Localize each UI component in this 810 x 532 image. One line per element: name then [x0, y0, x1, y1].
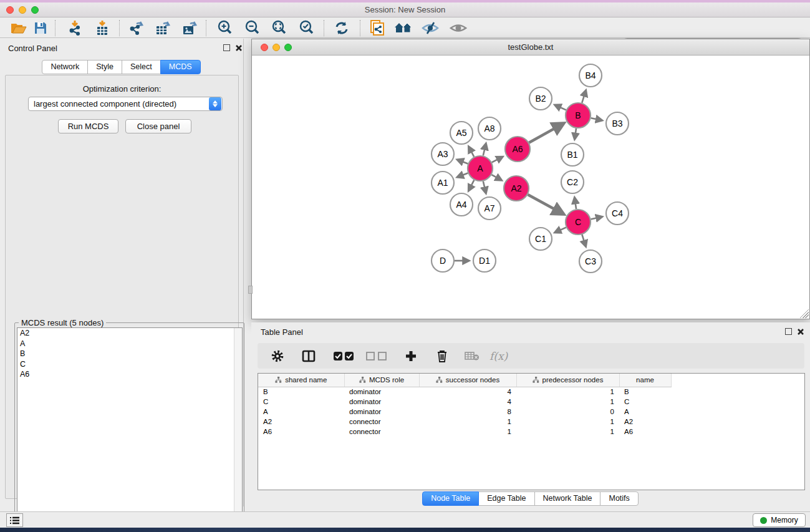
- canvas-scrollbar-thumb[interactable]: [248, 286, 253, 294]
- network-edge[interactable]: [591, 118, 602, 120]
- import-table-icon[interactable]: [92, 20, 113, 36]
- close-panel-icon[interactable]: [235, 44, 243, 52]
- export-table-icon[interactable]: [152, 20, 173, 36]
- network-canvas[interactable]: B4B2BB3A5A8A6A3B1AA1C2A2A4A7C4CC1C3DD1: [252, 56, 809, 319]
- network-close-button[interactable]: [261, 44, 268, 51]
- network-edge[interactable]: [528, 195, 563, 214]
- tab-network[interactable]: Network: [42, 60, 88, 74]
- network-node[interactable]: B3: [606, 112, 629, 135]
- network-node[interactable]: B1: [561, 143, 584, 166]
- network-node[interactable]: C4: [606, 202, 629, 225]
- mcds-result-list[interactable]: A2ABCA6: [17, 327, 243, 532]
- network-edge[interactable]: [555, 105, 566, 110]
- network-edge[interactable]: [582, 235, 586, 246]
- deselect-all-checkboxes-icon[interactable]: [365, 348, 388, 364]
- network-edge[interactable]: [555, 228, 566, 233]
- table-cell[interactable]: 1: [516, 417, 619, 427]
- split-columns-icon[interactable]: [300, 348, 317, 364]
- window-resize-grip[interactable]: [800, 309, 809, 318]
- table-cell[interactable]: 1: [516, 427, 619, 437]
- minimize-window-button[interactable]: [19, 6, 26, 14]
- table-row[interactable]: Bdominator41B: [258, 387, 671, 397]
- table-row[interactable]: A2connector11A2: [258, 417, 671, 427]
- table-cell[interactable]: dominator: [344, 387, 419, 397]
- network-node[interactable]: C3: [579, 250, 602, 273]
- network-edge[interactable]: [469, 147, 475, 157]
- table-row[interactable]: Cdominator41C: [258, 397, 671, 407]
- network-window-titlebar[interactable]: testGlobe.txt: [252, 39, 809, 56]
- network-edge[interactable]: [457, 160, 468, 164]
- table-cell[interactable]: B: [619, 387, 671, 397]
- gear-icon[interactable]: [269, 348, 286, 364]
- network-node[interactable]: D1: [473, 249, 496, 272]
- task-list-button[interactable]: [6, 513, 23, 527]
- table-cell[interactable]: 1: [516, 387, 619, 397]
- table-float-panel-icon[interactable]: [785, 328, 792, 335]
- home-view-icon[interactable]: [393, 20, 414, 36]
- network-node[interactable]: C1: [529, 228, 552, 250]
- tab-edge-table[interactable]: Edge Table: [478, 491, 534, 506]
- network-node[interactable]: A4: [450, 193, 473, 216]
- table-cell[interactable]: C: [258, 397, 344, 407]
- network-node[interactable]: A5: [450, 122, 473, 144]
- network-node[interactable]: B4: [579, 64, 602, 87]
- float-panel-icon[interactable]: [223, 44, 230, 51]
- network-edge[interactable]: [574, 198, 576, 209]
- tab-network-table[interactable]: Network Table: [534, 491, 601, 506]
- column-header-successor-nodes[interactable]: successor nodes: [419, 374, 516, 387]
- table-row[interactable]: Adominator80A: [258, 407, 671, 417]
- tab-select[interactable]: Select: [122, 60, 161, 74]
- column-header-name[interactable]: name: [619, 374, 671, 387]
- add-column-icon[interactable]: [402, 348, 420, 364]
- mcds-result-item[interactable]: A: [17, 339, 242, 349]
- delete-column-icon[interactable]: [433, 348, 451, 364]
- network-from-selection-icon[interactable]: [367, 20, 388, 36]
- network-node[interactable]: A2: [504, 176, 529, 201]
- table-cell[interactable]: A6: [258, 427, 344, 437]
- mcds-result-item[interactable]: A6: [17, 369, 242, 380]
- table-close-panel-icon[interactable]: [797, 328, 804, 336]
- table-cell[interactable]: 1: [516, 397, 619, 407]
- table-cell[interactable]: 0: [516, 407, 619, 417]
- tab-motifs[interactable]: Motifs: [600, 491, 638, 506]
- node-table[interactable]: shared nameMCDS rolesuccessor nodesprede…: [258, 373, 805, 490]
- network-node[interactable]: B2: [529, 87, 552, 110]
- show-all-icon[interactable]: [448, 20, 469, 36]
- delete-table-icon[interactable]: [463, 348, 481, 364]
- column-header-predecessor-nodes[interactable]: predecessor nodes: [516, 374, 619, 387]
- network-node[interactable]: D: [432, 249, 454, 272]
- tab-mcds[interactable]: MCDS: [160, 60, 201, 74]
- hide-selected-icon[interactable]: [420, 20, 441, 36]
- mcds-list-scrollbar[interactable]: [234, 328, 242, 532]
- table-cell[interactable]: 8: [419, 407, 516, 417]
- network-node[interactable]: B: [566, 103, 591, 128]
- export-network-icon[interactable]: [125, 20, 147, 36]
- close-panel-button[interactable]: Close panel: [125, 119, 191, 133]
- mcds-result-item[interactable]: B: [17, 349, 242, 359]
- network-edge[interactable]: [491, 175, 501, 180]
- run-mcds-button[interactable]: Run MCDS: [58, 119, 118, 133]
- function-builder-icon[interactable]: f(x): [489, 350, 508, 362]
- table-cell[interactable]: 1: [419, 417, 516, 427]
- zoom-in-icon[interactable]: [215, 20, 236, 36]
- network-node[interactable]: A: [468, 156, 493, 181]
- network-edge[interactable]: [591, 216, 602, 219]
- table-cell[interactable]: dominator: [344, 407, 419, 417]
- zoom-selected-icon[interactable]: [296, 20, 317, 36]
- open-file-icon[interactable]: [8, 20, 29, 36]
- network-graph[interactable]: B4B2BB3A5A8A6A3B1AA1C2A2A4A7C4CC1C3DD1: [252, 56, 809, 319]
- table-cell[interactable]: C: [619, 397, 671, 407]
- network-edge[interactable]: [483, 181, 486, 193]
- table-cell[interactable]: A: [258, 407, 344, 417]
- close-window-button[interactable]: [6, 6, 14, 14]
- table-cell[interactable]: A2: [258, 417, 344, 427]
- network-edge[interactable]: [575, 128, 576, 139]
- criterion-dropdown[interactable]: largest connected component (directed): [28, 97, 223, 111]
- network-node[interactable]: A1: [432, 172, 454, 194]
- table-cell[interactable]: connector: [344, 417, 419, 427]
- table-cell[interactable]: A: [619, 407, 671, 417]
- refresh-layout-icon[interactable]: [331, 20, 352, 36]
- export-image-icon[interactable]: [179, 20, 200, 36]
- table-row[interactable]: A6connector11A6: [258, 427, 671, 437]
- table-cell[interactable]: A6: [619, 427, 671, 437]
